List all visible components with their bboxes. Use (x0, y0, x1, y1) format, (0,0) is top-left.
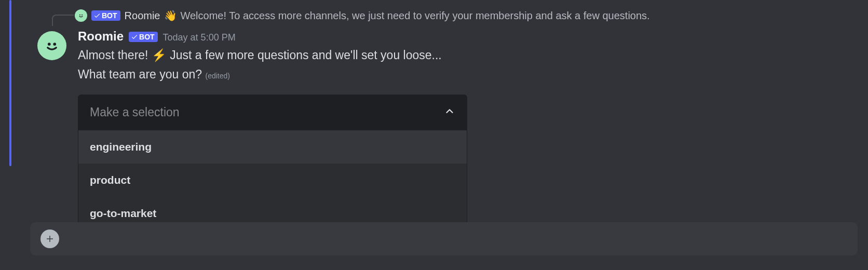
message-row: Roomie BOT Today at 5:00 PM Almost there… (37, 22, 843, 231)
select-dropdown: engineering product go-to-market (78, 130, 467, 231)
svg-point-3 (44, 37, 61, 55)
message-timestamp: Today at 5:00 PM (163, 32, 236, 43)
bot-badge: BOT (91, 10, 120, 21)
svg-point-4 (48, 43, 51, 46)
message-line1-pre: Almost there! (78, 48, 152, 62)
reply-preview-text: 👋 Welcome! To access more channels, we j… (164, 9, 649, 22)
select-menu[interactable]: Make a selection engineering product go-… (78, 95, 467, 231)
reply-spine (52, 15, 74, 26)
plus-icon (45, 234, 55, 244)
select-placeholder: Make a selection (90, 105, 180, 119)
smile-icon (77, 12, 85, 19)
chevron-up-icon (444, 105, 455, 119)
select-trigger[interactable]: Make a selection (78, 95, 467, 130)
author-name[interactable]: Roomie (78, 29, 124, 44)
reply-context[interactable]: BOT Roomie 👋 Welcome! To access more cha… (75, 0, 843, 22)
add-attachment-button[interactable] (40, 230, 59, 248)
verified-check-icon (93, 12, 101, 19)
svg-point-2 (82, 15, 83, 16)
wave-emoji: 👋 (164, 9, 177, 22)
svg-point-5 (53, 43, 56, 46)
ephemeral-accent-bar (9, 0, 11, 166)
smile-icon (43, 36, 61, 55)
reply-author-name: Roomie (125, 10, 160, 22)
bolt-emoji: ⚡ (152, 48, 167, 62)
bot-badge: BOT (129, 32, 158, 42)
svg-point-1 (79, 15, 80, 16)
reply-avatar (75, 9, 87, 22)
author-avatar[interactable] (37, 31, 66, 60)
message-line2: What team are you on? (78, 68, 202, 81)
edited-indicator: (edited) (205, 72, 229, 80)
bot-badge-label: BOT (102, 11, 117, 20)
message-composer[interactable] (30, 222, 858, 255)
reply-preview-message: Welcome! To access more channels, we jus… (180, 10, 649, 22)
verified-check-icon (131, 33, 138, 40)
bot-badge-label: BOT (139, 32, 155, 42)
message-content: Almost there! ⚡ Just a few more question… (78, 46, 843, 84)
svg-point-0 (78, 12, 85, 19)
message-line1-post: Just a few more questions and we'll set … (167, 48, 442, 62)
select-option-product[interactable]: product (78, 164, 467, 197)
select-option-engineering[interactable]: engineering (78, 130, 467, 164)
